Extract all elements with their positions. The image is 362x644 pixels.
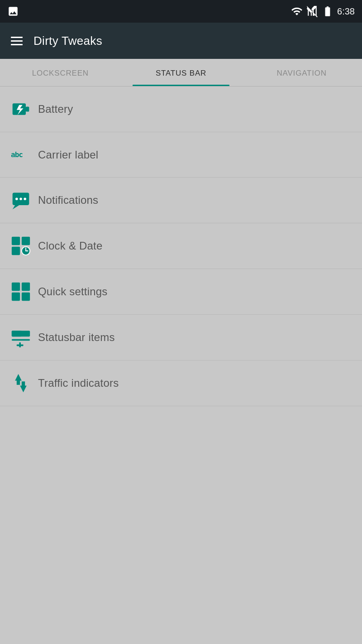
svg-rect-16 <box>12 293 20 301</box>
menu-item-quick-settings[interactable]: Quick settings <box>0 269 362 315</box>
svg-rect-22 <box>17 345 24 346</box>
svg-rect-17 <box>22 293 30 301</box>
svg-rect-15 <box>22 283 30 291</box>
tab-lockscreen[interactable]: LOCKSCREEN <box>0 59 121 86</box>
traffic-indicators-label: Traffic indicators <box>38 377 119 389</box>
svg-point-7 <box>24 198 26 201</box>
svg-rect-20 <box>12 339 30 341</box>
status-bar: 6:38 <box>0 0 362 23</box>
menu-item-clock-date[interactable]: Clock & Date <box>0 223 362 269</box>
statusbar-items-icon <box>11 327 38 347</box>
status-time: 6:38 <box>337 6 355 17</box>
svg-rect-9 <box>22 237 30 245</box>
notifications-icon <box>11 190 38 210</box>
menu-list: Battery abc Carrier label Notifications <box>0 87 362 406</box>
svg-point-5 <box>15 198 18 201</box>
app-bar: Dirty Tweaks <box>0 23 362 59</box>
svg-rect-19 <box>12 331 22 336</box>
svg-marker-24 <box>20 381 27 392</box>
battery-label: Battery <box>38 103 73 115</box>
app-title: Dirty Tweaks <box>33 34 102 48</box>
menu-item-notifications[interactable]: Notifications <box>0 178 362 223</box>
svg-marker-23 <box>15 374 22 385</box>
menu-item-carrier-label[interactable]: abc Carrier label <box>0 132 362 178</box>
clock-date-label: Clock & Date <box>38 240 102 252</box>
carrier-label: Carrier label <box>38 149 98 161</box>
wifi-icon <box>291 5 303 17</box>
status-bar-left <box>7 5 19 17</box>
svg-rect-14 <box>12 283 20 291</box>
image-icon <box>7 5 19 17</box>
menu-item-statusbar-items[interactable]: Statusbar items <box>0 315 362 360</box>
svg-marker-4 <box>13 205 19 209</box>
signal-icon <box>306 5 318 17</box>
svg-rect-10 <box>12 247 20 255</box>
quick-settings-label: Quick settings <box>38 285 108 298</box>
tab-status-bar[interactable]: STATUS BAR <box>121 59 242 86</box>
quick-settings-icon <box>11 282 38 302</box>
carrier-icon: abc <box>11 150 38 159</box>
svg-rect-1 <box>26 107 29 112</box>
tab-navigation[interactable]: NAVIGATION <box>241 59 362 86</box>
status-bar-right: 6:38 <box>291 5 355 17</box>
clock-icon <box>11 236 38 256</box>
notifications-label: Notifications <box>38 194 98 207</box>
tabs-container: LOCKSCREEN STATUS BAR NAVIGATION <box>0 59 362 87</box>
traffic-icon <box>11 373 38 393</box>
svg-rect-8 <box>12 237 20 245</box>
statusbar-items-label: Statusbar items <box>38 331 115 344</box>
menu-item-traffic-indicators[interactable]: Traffic indicators <box>0 360 362 406</box>
svg-point-6 <box>19 198 22 201</box>
battery-icon <box>11 99 38 119</box>
battery-status-icon <box>322 5 333 17</box>
hamburger-menu-button[interactable] <box>11 37 23 45</box>
menu-item-battery[interactable]: Battery <box>0 87 362 132</box>
